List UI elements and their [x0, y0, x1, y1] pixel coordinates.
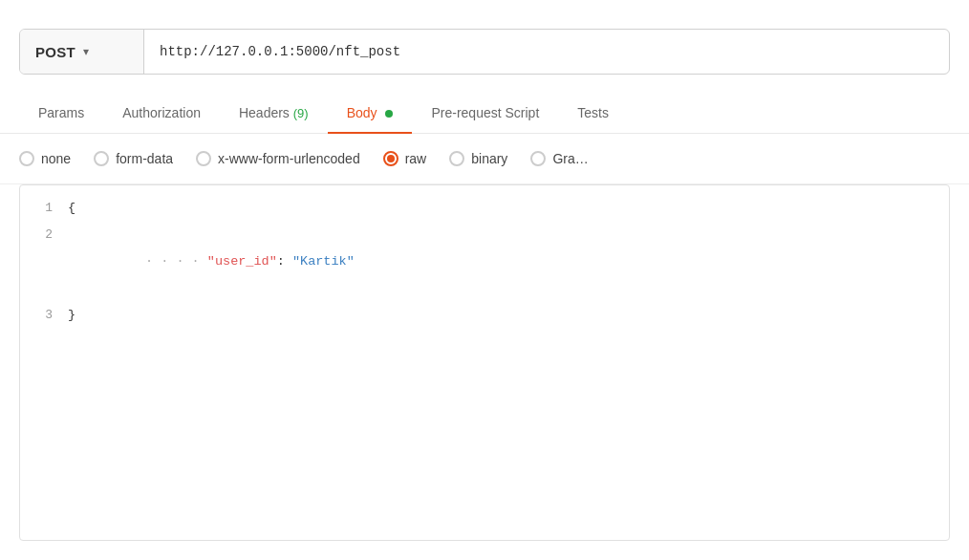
line-content-1: {: [68, 195, 949, 222]
radio-x-www-form-urlencoded[interactable]: x-www-form-urlencoded: [196, 151, 360, 166]
method-selector[interactable]: POST ▾: [20, 30, 144, 74]
radio-circle-binary: [449, 151, 464, 166]
line-content-3: }: [68, 302, 949, 329]
headers-badge: (9): [293, 106, 309, 120]
url-bar: POST ▾: [19, 29, 950, 75]
radio-raw[interactable]: raw: [383, 151, 427, 166]
line-number-3: 3: [20, 302, 68, 329]
json-key: "user_id": [207, 254, 277, 269]
radio-circle-form-data: [94, 151, 109, 166]
json-colon: :: [277, 254, 292, 269]
radio-none[interactable]: none: [19, 151, 71, 166]
radio-circle-none: [19, 151, 34, 166]
chevron-down-icon: ▾: [83, 45, 89, 58]
tab-pre-request-script[interactable]: Pre-request Script: [412, 94, 558, 134]
radio-binary[interactable]: binary: [449, 151, 507, 166]
tab-headers[interactable]: Headers (9): [220, 94, 328, 134]
tabs-section: Params Authorization Headers (9) Body Pr…: [0, 94, 969, 134]
code-line-2: 2 · · · · "user_id": "Kartik": [20, 222, 949, 302]
url-input[interactable]: [144, 44, 949, 59]
line-content-2: · · · · "user_id": "Kartik": [68, 222, 949, 302]
tab-params[interactable]: Params: [19, 94, 103, 134]
radio-circle-graphql: [530, 151, 546, 166]
code-line-3: 3 }: [20, 302, 949, 329]
code-line-1: 1 {: [20, 195, 949, 222]
url-bar-section: POST ▾: [0, 19, 969, 94]
radio-circle-raw: [383, 151, 398, 166]
line-number-1: 1: [20, 195, 68, 222]
code-lines: 1 { 2 · · · · "user_id": "Kartik" 3 }: [20, 185, 949, 338]
json-value: "Kartik": [292, 254, 355, 269]
body-options: none form-data x-www-form-urlencoded raw…: [0, 134, 969, 184]
radio-graphql[interactable]: Gra…: [530, 151, 588, 166]
tab-tests[interactable]: Tests: [558, 94, 628, 134]
line-number-2: 2: [20, 222, 68, 248]
dots: · · · ·: [145, 254, 207, 269]
body-dot: [385, 110, 393, 118]
method-label: POST: [35, 44, 75, 60]
code-editor[interactable]: 1 { 2 · · · · "user_id": "Kartik" 3 }: [19, 184, 950, 541]
tab-authorization[interactable]: Authorization: [103, 94, 220, 134]
main-container: POST ▾ Params Authorization Headers (9) …: [0, 0, 969, 560]
radio-circle-x-www: [196, 151, 211, 166]
radio-form-data[interactable]: form-data: [94, 151, 173, 166]
tab-body[interactable]: Body: [328, 94, 413, 134]
